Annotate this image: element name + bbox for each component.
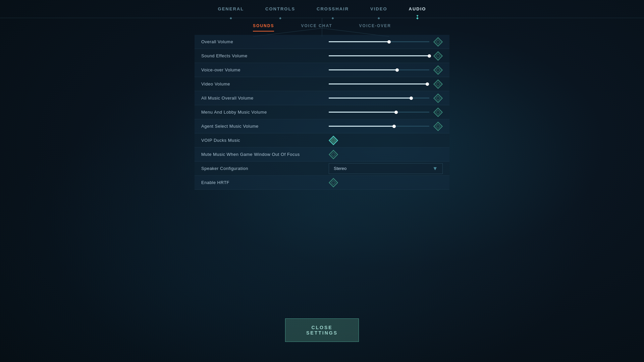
row-video-volume: Video Volume <box>195 77 449 91</box>
dropdown-speaker-value: Stereo <box>334 166 346 171</box>
control-all-music-volume <box>329 94 443 103</box>
tab-video[interactable]: VIDEO <box>360 1 398 17</box>
control-speaker-config: Stereo ▼ <box>329 163 443 174</box>
control-voiceover-volume <box>329 65 443 75</box>
slider-track-all-music <box>329 98 429 99</box>
subtab-voice-chat[interactable]: VOICE CHAT <box>301 23 332 32</box>
slider-fill-overall <box>329 41 389 42</box>
subtab-voice-over[interactable]: VOICE-OVER <box>359 23 391 32</box>
tab-crosshair[interactable]: CROSSHAIR <box>306 1 360 17</box>
tab-crosshair-label: CROSSHAIR <box>317 6 349 11</box>
slider-fill-agent-select <box>329 126 394 127</box>
diamond-icon <box>433 65 443 74</box>
slider-thumb-voiceover <box>395 68 399 72</box>
slider-track-overall <box>329 41 429 42</box>
subtab-voice-chat-label: VOICE CHAT <box>301 23 332 28</box>
slider-voiceover-volume[interactable] <box>329 69 429 70</box>
label-overall-volume: Overall Volume <box>201 39 329 44</box>
top-nav: GENERAL CONTROLS CROSSHAIR VIDEO AUDIO <box>0 0 644 18</box>
tab-general-label: GENERAL <box>218 6 244 11</box>
slider-fill-all-music <box>329 98 411 99</box>
reset-agent-select-music[interactable] <box>433 122 443 131</box>
close-settings-button[interactable]: CLOSE SETTINGS <box>285 318 359 342</box>
reset-sound-effects[interactable] <box>433 51 443 61</box>
toggle-mute-music-focus[interactable] <box>329 150 338 159</box>
label-all-music-volume: All Music Overall Volume <box>201 96 329 101</box>
slider-track-menu-lobby <box>329 112 429 113</box>
control-menu-lobby-music <box>329 108 443 117</box>
toggle-enable-hrtf[interactable] <box>329 178 338 187</box>
control-sound-effects <box>329 51 443 61</box>
slider-video-volume[interactable] <box>329 83 429 84</box>
slider-agent-select-music[interactable] <box>329 126 429 127</box>
slider-fill-video <box>329 83 427 84</box>
subtab-sounds-label: SOUNDS <box>253 23 274 28</box>
reset-video-volume[interactable] <box>433 79 443 89</box>
row-speaker-config: Speaker Configuration Stereo ▼ <box>195 162 449 176</box>
sub-nav: SOUNDS VOICE CHAT VOICE-OVER <box>0 18 644 32</box>
subtab-sounds[interactable]: SOUNDS <box>253 23 274 32</box>
tab-general[interactable]: GENERAL <box>207 1 255 17</box>
settings-panel: Overall Volume Sound Effects Volume <box>195 35 449 190</box>
slider-track-video <box>329 83 429 84</box>
label-voip-ducks-music: VOIP Ducks Music <box>201 138 329 143</box>
row-sound-effects: Sound Effects Volume <box>195 49 449 63</box>
control-video-volume <box>329 79 443 89</box>
row-overall-volume: Overall Volume <box>195 35 449 49</box>
toggle-diamond-icon <box>329 178 338 187</box>
slider-fill-voiceover <box>329 69 397 70</box>
tab-video-label: VIDEO <box>370 6 387 11</box>
tab-audio-label: AUDIO <box>409 6 426 11</box>
diamond-icon <box>433 37 443 46</box>
slider-thumb-sound-effects <box>428 54 431 58</box>
label-agent-select-music: Agent Select Music Volume <box>201 124 329 129</box>
slider-fill-sound-effects <box>329 55 429 56</box>
subtab-voice-over-label: VOICE-OVER <box>359 23 391 28</box>
label-voiceover-volume: Voice-over Volume <box>201 67 329 72</box>
diamond-icon <box>433 51 443 60</box>
slider-thumb-video <box>426 82 429 86</box>
row-voip-ducks-music: VOIP Ducks Music <box>195 133 449 147</box>
label-menu-lobby-music: Menu And Lobby Music Volume <box>201 110 329 115</box>
tab-audio[interactable]: AUDIO <box>398 1 437 17</box>
reset-all-music-volume[interactable] <box>433 94 443 103</box>
label-sound-effects: Sound Effects Volume <box>201 53 329 58</box>
slider-thumb-all-music <box>410 97 413 100</box>
label-speaker-config: Speaker Configuration <box>201 166 329 171</box>
reset-menu-lobby-music[interactable] <box>433 108 443 117</box>
label-mute-music-focus: Mute Music When Game Window Out Of Focus <box>201 152 329 157</box>
toggle-diamond-icon <box>329 135 338 145</box>
tab-controls-label: CONTROLS <box>265 6 295 11</box>
toggle-diamond-icon <box>329 149 338 159</box>
slider-sound-effects[interactable] <box>329 55 429 56</box>
slider-overall-volume[interactable] <box>329 41 429 42</box>
diamond-icon <box>433 93 443 103</box>
row-menu-lobby-music: Menu And Lobby Music Volume <box>195 105 449 119</box>
row-all-music-volume: All Music Overall Volume <box>195 91 449 105</box>
control-voip-ducks-music <box>329 136 443 145</box>
row-mute-music-focus: Mute Music When Game Window Out Of Focus <box>195 147 449 162</box>
row-agent-select-music: Agent Select Music Volume <box>195 119 449 133</box>
slider-menu-lobby-music[interactable] <box>329 112 429 113</box>
label-enable-hrtf: Enable HRTF <box>201 180 329 185</box>
slider-track-voiceover <box>329 69 429 70</box>
reset-voiceover-volume[interactable] <box>433 65 443 75</box>
slider-track-agent-select <box>329 126 429 127</box>
slider-fill-menu-lobby <box>329 112 396 113</box>
tab-controls[interactable]: CONTROLS <box>255 1 306 17</box>
control-mute-music-focus <box>329 150 443 159</box>
toggle-voip-ducks-music[interactable] <box>329 136 338 145</box>
slider-all-music-volume[interactable] <box>329 98 429 99</box>
reset-overall-volume[interactable] <box>433 37 443 47</box>
slider-thumb-overall <box>387 40 391 44</box>
close-settings-container: CLOSE SETTINGS <box>285 318 359 342</box>
slider-thumb-agent-select <box>392 125 396 128</box>
row-enable-hrtf: Enable HRTF <box>195 176 449 190</box>
control-overall-volume <box>329 37 443 47</box>
diamond-icon <box>433 107 443 117</box>
control-enable-hrtf <box>329 178 443 187</box>
diamond-icon <box>433 121 443 131</box>
slider-track-sound-effects <box>329 55 429 56</box>
dropdown-speaker-config[interactable]: Stereo ▼ <box>329 163 443 174</box>
label-video-volume: Video Volume <box>201 81 329 86</box>
